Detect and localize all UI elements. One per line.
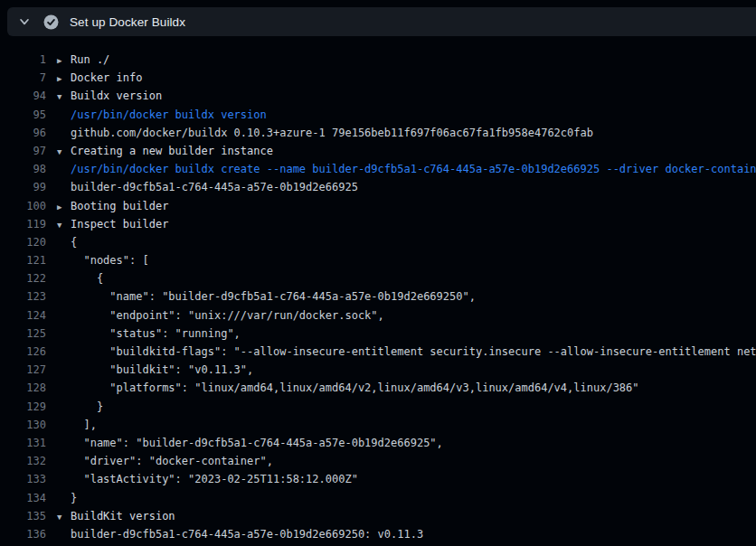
line-number-link[interactable]: 121 bbox=[0, 251, 46, 269]
log-line: 128 "platforms": "linux/amd64,linux/amd6… bbox=[0, 379, 756, 397]
log-line-text: "buildkit": "v0.11.3", bbox=[71, 361, 756, 379]
line-number-link[interactable]: 100 bbox=[0, 197, 46, 215]
log-line: 134 } bbox=[0, 489, 756, 507]
line-number-link[interactable]: 133 bbox=[0, 470, 46, 488]
log-line: 135 ▼ BuildKit version bbox=[0, 507, 756, 525]
group-toggle-arrow-icon[interactable]: ▼ bbox=[57, 508, 71, 526]
log-line: 120 { bbox=[0, 233, 756, 251]
log-line-text: "driver": "docker-container", bbox=[71, 452, 756, 470]
line-number-link[interactable]: 130 bbox=[0, 416, 46, 434]
log-line: 131 "name": "builder-d9cfb5a1-c764-445a-… bbox=[0, 434, 756, 452]
log-line-text: "buildkitd-flags": "--allow-insecure-ent… bbox=[71, 343, 756, 361]
log-line: 98 /usr/bin/docker buildx create --name … bbox=[0, 160, 756, 178]
group-toggle-arrow-icon[interactable]: ▶ bbox=[57, 198, 71, 216]
log-line-text[interactable]: Booting builder bbox=[71, 197, 756, 215]
line-number-link[interactable]: 126 bbox=[0, 343, 46, 361]
log-line: 119 ▼ Inspect builder bbox=[0, 215, 756, 233]
log-line: 130 ], bbox=[0, 416, 756, 434]
check-circle-icon bbox=[43, 14, 59, 30]
log-step-header[interactable]: Set up Docker Buildx bbox=[7, 7, 756, 36]
log-line: 132 "driver": "docker-container", bbox=[0, 452, 756, 470]
group-toggle-arrow-icon[interactable]: ▶ bbox=[57, 70, 71, 88]
log-line-text[interactable]: Docker info bbox=[71, 69, 756, 87]
log-line: 129 } bbox=[0, 398, 756, 416]
line-number-link[interactable]: 131 bbox=[0, 434, 46, 452]
log-line-text: { bbox=[71, 233, 756, 251]
log-line: 126 "buildkitd-flags": "--allow-insecure… bbox=[0, 343, 756, 361]
log-line-text: builder-d9cfb5a1-c764-445a-a57e-0b19d2e6… bbox=[71, 525, 756, 543]
log-line: 96 github.com/docker/buildx 0.10.3+azure… bbox=[0, 124, 756, 142]
log-line: 99 builder-d9cfb5a1-c764-445a-a57e-0b19d… bbox=[0, 178, 756, 196]
log-line-text: ], bbox=[71, 416, 756, 434]
line-number-link[interactable]: 97 bbox=[0, 142, 46, 160]
log-line: 125 "status": "running", bbox=[0, 325, 756, 343]
log-line-text: "nodes": [ bbox=[71, 251, 756, 269]
log-body: 1 ▶ Run ./ 7 ▶ Docker info 94 ▼ Buildx v… bbox=[0, 51, 756, 546]
line-number-link[interactable]: 123 bbox=[0, 287, 46, 306]
log-line-text: "name": "builder-d9cfb5a1-c764-445a-a57e… bbox=[71, 287, 756, 306]
log-line-text[interactable]: BuildKit version bbox=[71, 507, 756, 525]
line-number-link[interactable]: 94 bbox=[0, 87, 46, 105]
log-line-text: "lastActivity": "2023-02-25T11:58:12.000… bbox=[71, 470, 756, 488]
group-toggle-arrow-icon[interactable]: ▼ bbox=[57, 216, 71, 234]
line-number-link[interactable]: 127 bbox=[0, 361, 46, 379]
line-number-link[interactable]: 95 bbox=[0, 106, 46, 124]
log-line-text[interactable]: Run ./ bbox=[71, 51, 756, 69]
line-number-link[interactable]: 7 bbox=[0, 69, 46, 87]
chevron-down-icon[interactable] bbox=[17, 14, 32, 29]
line-number-link[interactable]: 134 bbox=[0, 489, 46, 507]
log-line-text[interactable]: Inspect builder bbox=[71, 215, 756, 233]
group-toggle-arrow-icon[interactable]: ▼ bbox=[57, 143, 71, 161]
log-line: 122 { bbox=[0, 269, 756, 287]
log-line-text: } bbox=[71, 489, 756, 507]
line-number-link[interactable]: 125 bbox=[0, 325, 46, 343]
log-line-text[interactable]: Creating a new builder instance bbox=[71, 142, 756, 160]
log-line-text: } bbox=[71, 398, 756, 416]
line-number-link[interactable]: 99 bbox=[0, 178, 46, 196]
line-number-link[interactable]: 98 bbox=[0, 160, 46, 178]
group-toggle-arrow-icon[interactable]: ▼ bbox=[57, 88, 71, 106]
line-number-link[interactable]: 96 bbox=[0, 124, 46, 142]
line-number-link[interactable]: 124 bbox=[0, 306, 46, 325]
line-number-link[interactable]: 129 bbox=[0, 398, 46, 416]
log-line: 95 /usr/bin/docker buildx version bbox=[0, 106, 756, 124]
line-number-link[interactable]: 1 bbox=[0, 51, 46, 69]
log-line-text: { bbox=[71, 269, 756, 287]
line-number-link[interactable]: 135 bbox=[0, 507, 46, 525]
log-line: 7 ▶ Docker info bbox=[0, 69, 756, 87]
log-line-text: "platforms": "linux/amd64,linux/amd64/v2… bbox=[71, 379, 756, 397]
log-line-text: "endpoint": "unix:///var/run/docker.sock… bbox=[71, 306, 756, 325]
log-line: 1 ▶ Run ./ bbox=[0, 51, 756, 69]
log-line: 121 "nodes": [ bbox=[0, 251, 756, 269]
log-line: 136 builder-d9cfb5a1-c764-445a-a57e-0b19… bbox=[0, 525, 756, 543]
log-line: 94 ▼ Buildx version bbox=[0, 87, 756, 105]
log-line: 97 ▼ Creating a new builder instance bbox=[0, 142, 756, 160]
line-number-link[interactable]: 120 bbox=[0, 233, 46, 251]
log-line-text: "name": "builder-d9cfb5a1-c764-445a-a57e… bbox=[71, 434, 756, 452]
line-number-link[interactable]: 119 bbox=[0, 215, 46, 233]
log-line-text: "status": "running", bbox=[71, 325, 756, 343]
log-line: 100 ▶ Booting builder bbox=[0, 197, 756, 215]
log-line-text[interactable]: Buildx version bbox=[71, 87, 756, 105]
line-number-link[interactable]: 136 bbox=[0, 525, 46, 543]
log-line-text: /usr/bin/docker buildx version bbox=[71, 106, 756, 124]
log-line-text: github.com/docker/buildx 0.10.3+azure-1 … bbox=[71, 124, 756, 142]
line-number-link[interactable]: 122 bbox=[0, 269, 46, 287]
log-line: 127 "buildkit": "v0.11.3", bbox=[0, 361, 756, 379]
log-line-text: /usr/bin/docker buildx create --name bui… bbox=[71, 160, 756, 178]
line-number-link[interactable]: 132 bbox=[0, 452, 46, 470]
log-line: 124 "endpoint": "unix:///var/run/docker.… bbox=[0, 306, 756, 325]
log-line: 123 "name": "builder-d9cfb5a1-c764-445a-… bbox=[0, 287, 756, 306]
group-toggle-arrow-icon[interactable]: ▶ bbox=[57, 52, 71, 70]
step-title: Set up Docker Buildx bbox=[70, 15, 185, 29]
log-line-text: builder-d9cfb5a1-c764-445a-a57e-0b19d2e6… bbox=[71, 178, 756, 196]
line-number-link[interactable]: 128 bbox=[0, 379, 46, 397]
log-line: 133 "lastActivity": "2023-02-25T11:58:12… bbox=[0, 470, 756, 488]
